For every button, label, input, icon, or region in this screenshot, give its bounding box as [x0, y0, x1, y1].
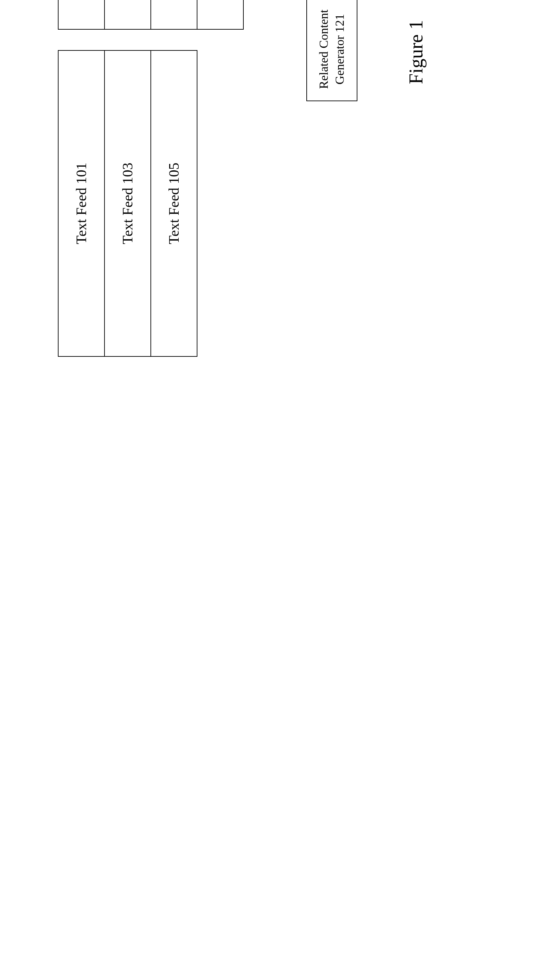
text-feed-box: Text Feed 105: [151, 50, 197, 357]
text-feed-label: Text Feed 105: [166, 162, 182, 244]
text-feed-box: Text Feed 103: [104, 50, 151, 357]
text-feed-box: Text Feed 111: [58, 0, 105, 30]
generator-line-1: Related Content: [316, 10, 332, 89]
related-content-generator-box: Related Content Generator 121: [306, 0, 357, 101]
feed-group-left: Text Feed 101 Text Feed 103 Text Feed 10…: [58, 50, 244, 357]
text-feed-label: Text Feed 101: [73, 162, 90, 244]
text-feed-label: Text Feed 103: [119, 162, 136, 244]
text-feed-box: Text Feed 101: [58, 50, 105, 357]
figure-label: Figure 1: [405, 20, 427, 84]
text-feed-box: Text Feed 117: [197, 0, 244, 30]
text-feed-box: Text Feed 113: [104, 0, 151, 30]
feed-groups: Text Feed 101 Text Feed 103 Text Feed 10…: [58, 0, 244, 357]
feed-group-right: Text Feed 111 Text Feed 113 Text Feed 11…: [58, 0, 244, 30]
text-feed-box: Text Feed 115: [151, 0, 197, 30]
generator-line-2: Generator 121: [332, 14, 348, 84]
